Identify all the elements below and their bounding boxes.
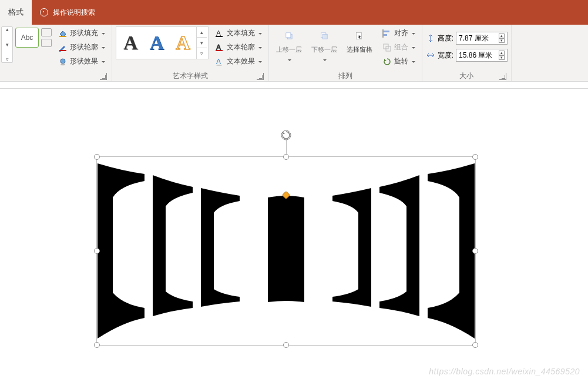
svg-rect-5 — [216, 36, 223, 37]
shape-outline-button[interactable]: 形状轮廓 — [55, 41, 108, 54]
resize-handle-nw[interactable] — [94, 154, 100, 160]
send-backward-button[interactable]: 下移一层 — [308, 26, 341, 60]
group-label-size: 大小 — [459, 71, 473, 81]
dialog-launcher-icon[interactable] — [100, 73, 107, 80]
ribbon: ▴▾▿ Abc 形状填充 形状轮廓 — [0, 25, 588, 82]
svg-rect-11 — [286, 33, 291, 38]
shape-style-sample-1[interactable] — [41, 28, 52, 36]
align-icon — [382, 29, 392, 38]
tab-format[interactable]: 格式 — [0, 0, 32, 25]
send-backward-icon — [316, 28, 332, 44]
group-label-wordart: 艺术字样式 — [173, 71, 208, 81]
resize-handle-sw[interactable] — [94, 342, 100, 348]
selection-pane-icon — [351, 28, 368, 44]
svg-point-9 — [216, 65, 222, 66]
wordart-preset-3[interactable]: A — [170, 31, 196, 55]
wordart-preset-2[interactable]: A — [144, 31, 170, 55]
text-effects-icon: A — [215, 57, 224, 66]
svg-rect-1 — [59, 50, 66, 51]
separator — [0, 88, 588, 89]
dialog-launcher-icon[interactable] — [499, 73, 506, 80]
resize-handle-n[interactable] — [283, 154, 289, 160]
align-button[interactable]: 对齐 — [379, 26, 418, 40]
group-label-arrange: 排列 — [338, 71, 352, 81]
watermark: https://blog.csdn.net/weixin_44569520 — [429, 367, 580, 376]
text-outline-icon: A — [215, 43, 224, 52]
lightbulb-icon — [40, 8, 48, 16]
group-icon — [382, 43, 392, 52]
pen-icon — [58, 43, 68, 52]
title-bar: 格式 操作说明搜索 — [0, 0, 588, 25]
rotation-handle-icon[interactable] — [281, 130, 291, 140]
width-label: 宽度: — [438, 51, 453, 61]
resize-handle-w[interactable] — [94, 248, 100, 254]
effects-icon — [58, 57, 68, 66]
resize-handle-e[interactable] — [472, 248, 478, 254]
text-outline-button[interactable]: A 文本轮廓 — [212, 41, 265, 54]
svg-rect-16 — [384, 34, 387, 36]
selection-bounds[interactable] — [96, 156, 476, 346]
rotate-button[interactable]: 旋转 — [379, 55, 418, 68]
bucket-icon — [58, 29, 68, 38]
adjustment-handle[interactable] — [282, 191, 290, 199]
width-input[interactable]: 15.86 厘米 ▴▾ — [456, 49, 508, 62]
svg-rect-7 — [216, 50, 223, 51]
group-size: 高度: 7.87 厘米 ▴▾ 宽度: 15.86 厘米 ▴▾ 大小 — [422, 25, 512, 81]
shape-style-sample-2[interactable] — [41, 39, 52, 47]
svg-point-3 — [61, 63, 65, 65]
spinner-icon[interactable]: ▴▾ — [499, 33, 505, 43]
wordart-gallery-scroll[interactable]: ▴▾▿ — [196, 27, 207, 59]
selection-pane-button[interactable]: 选择窗格 — [343, 26, 376, 55]
bring-forward-icon — [281, 28, 297, 44]
resize-handle-s[interactable] — [283, 342, 289, 348]
text-effects-button[interactable]: A 文本效果 — [212, 55, 265, 68]
resize-handle-se[interactable] — [472, 342, 478, 348]
svg-rect-0 — [59, 36, 66, 37]
spinner-icon[interactable]: ▴▾ — [499, 51, 505, 60]
tell-me-label: 操作说明搜索 — [53, 8, 95, 18]
text-fill-button[interactable]: A 文本填充 — [212, 26, 265, 40]
height-label: 高度: — [438, 33, 453, 43]
svg-rect-15 — [384, 31, 389, 32]
height-icon — [426, 33, 435, 43]
bring-forward-button[interactable]: 上移一层 — [273, 26, 305, 60]
svg-text:A: A — [216, 58, 221, 66]
resize-handle-ne[interactable] — [472, 154, 478, 160]
tell-me-search[interactable]: 操作说明搜索 — [32, 0, 103, 25]
group-arrange: 上移一层 下移一层 选择窗格 对齐 组合 — [269, 25, 422, 81]
dialog-launcher-icon[interactable] — [257, 73, 264, 80]
group-wordart-styles: A A A ▴▾▿ A 文本填充 A 文本轮廓 A 文本效果 — [112, 25, 269, 81]
height-input[interactable]: 7.87 厘米 ▴▾ — [456, 32, 508, 45]
wordart-preset-1[interactable]: A — [117, 31, 144, 55]
shape-fill-button[interactable]: 形状填充 — [55, 26, 108, 40]
rotate-icon — [382, 57, 392, 66]
svg-rect-13 — [322, 34, 327, 39]
shape-effects-button[interactable]: 形状效果 — [55, 55, 108, 68]
shape-gallery-scroll[interactable]: ▴▾▿ — [1, 26, 13, 63]
wordart-gallery[interactable]: A A A ▴▾▿ — [116, 26, 209, 59]
shape-style-preset[interactable]: Abc — [15, 28, 39, 48]
group-button[interactable]: 组合 — [379, 41, 418, 54]
group-shape-styles: ▴▾▿ Abc 形状填充 形状轮廓 — [0, 25, 112, 81]
text-fill-icon: A — [215, 29, 224, 38]
svg-point-2 — [61, 59, 65, 63]
width-icon — [426, 51, 435, 60]
